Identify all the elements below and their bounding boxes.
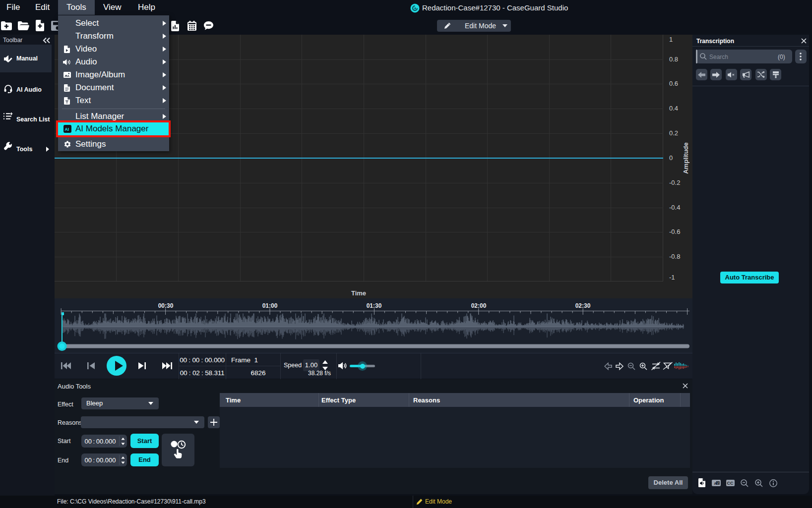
svg-text:CC: CC: [727, 481, 734, 486]
svg-text:A: A: [714, 482, 717, 485]
svg-text:2: 2: [717, 481, 719, 485]
